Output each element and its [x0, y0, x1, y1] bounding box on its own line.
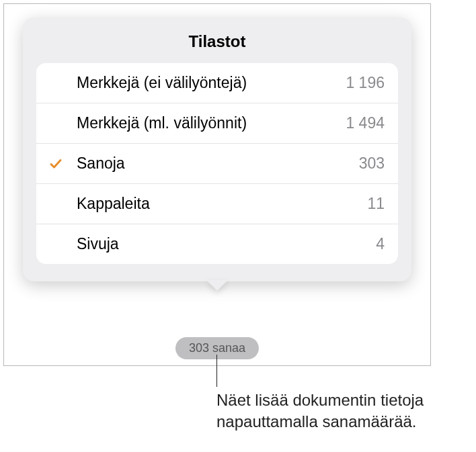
- callout-text: Näet lisää dokumentin tietoja napauttama…: [216, 390, 465, 433]
- stat-row-paragraphs[interactable]: Kappaleita 11: [36, 184, 398, 224]
- stat-label: Sanoja: [77, 154, 359, 173]
- stat-label: Merkkejä (ei välilyöntejä): [77, 74, 346, 92]
- stat-row-characters-no-spaces[interactable]: Merkkejä (ei välilyöntejä) 1 196: [36, 63, 398, 103]
- stat-value: 11: [367, 195, 385, 213]
- stat-label: Sivuja: [77, 235, 376, 253]
- checkmark-icon: [48, 156, 63, 171]
- stats-list: Merkkejä (ei välilyöntejä) 1 196 Merkkej…: [36, 63, 398, 264]
- stat-row-pages[interactable]: Sivuja 4: [36, 224, 398, 264]
- popover-arrow-icon: [206, 280, 228, 291]
- stat-row-words[interactable]: Sanoja 303: [36, 144, 398, 184]
- popover-title: Tilastot: [36, 32, 398, 51]
- callout-line: [216, 355, 217, 387]
- stat-label: Kappaleita: [77, 195, 367, 213]
- stat-value: 303: [359, 154, 385, 173]
- stat-value: 1 196: [346, 74, 385, 92]
- stat-label: Merkkejä (ml. välilyönnit): [77, 114, 346, 132]
- stat-row-characters-with-spaces[interactable]: Merkkejä (ml. välilyönnit) 1 494: [36, 103, 398, 144]
- word-count-pill[interactable]: 303 sanaa: [175, 337, 259, 359]
- outer-frame: Tilastot Merkkejä (ei välilyöntejä) 1 19…: [3, 3, 431, 366]
- stat-value: 1 494: [346, 114, 385, 132]
- stat-value: 4: [376, 235, 385, 253]
- statistics-popover: Tilastot Merkkejä (ei välilyöntejä) 1 19…: [23, 17, 411, 281]
